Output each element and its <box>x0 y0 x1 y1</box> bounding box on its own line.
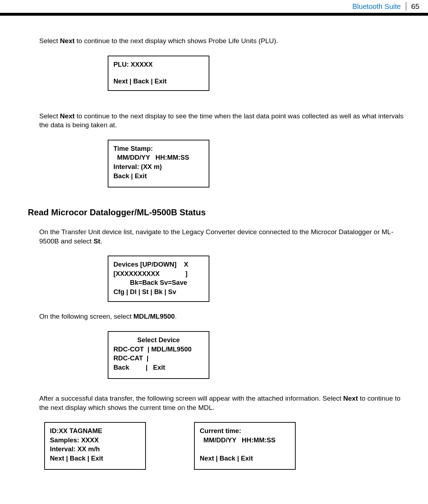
screen-line <box>200 444 290 454</box>
screen-line: Back | Exit <box>113 171 204 181</box>
screen-line: RDC-CAT | <box>113 354 204 363</box>
screen-line: Current time: <box>200 426 290 436</box>
screen-line: [XXXXXXXXXX ] <box>113 269 204 278</box>
paragraph-transfer-unit: On the Transfer Unit device list, naviga… <box>39 227 407 246</box>
screen-timestamp: Time Stamp: MM/DD/YY HH:MM:SS Interval: … <box>108 140 209 187</box>
screen-line: Next | Back | Exit <box>200 454 290 463</box>
bold-text: St <box>93 237 100 245</box>
screen-plu: PLU: XXXXX Next | Back | Exit <box>108 56 209 91</box>
text: Select <box>39 112 60 120</box>
header-title: Bluetooth Suite <box>352 2 401 11</box>
text: After a successful data transfer, the fo… <box>39 395 343 402</box>
bold-text: Next <box>343 395 358 402</box>
screen-line: Time Stamp: <box>113 144 204 153</box>
screen-id-samples: ID:XX TAGNAME Samples: XXXX Interval: XX… <box>44 422 146 470</box>
text: to continue to the next display which sh… <box>75 37 278 45</box>
screen-line: Back | Exit <box>113 363 204 372</box>
screen-select-device: Select Device RDC-COT | MDL/ML9500 RDC-C… <box>108 331 209 379</box>
screen-line: MM/DD/YY HH:MM:SS <box>200 436 290 445</box>
screen-line: MM/DD/YY HH:MM:SS <box>113 153 204 162</box>
text: Select <box>39 37 60 45</box>
screen-current-time: Current time: MM/DD/YY HH:MM:SS Next | B… <box>194 422 296 470</box>
bold-text: Next <box>60 37 75 45</box>
paragraph-timestamp-intro: Select Next to continue to the next disp… <box>39 112 407 130</box>
screen-line: Next | Back | Exit <box>113 77 204 86</box>
screen-line: ID:XX TAGNAME <box>50 426 140 436</box>
screen-devices: Devices [UP/DOWN] X [XXXXXXXXXX ] Bk=Bac… <box>108 256 209 302</box>
screen-line: Devices [UP/DOWN] X <box>113 260 204 269</box>
screen-line: Interval: XX m/h <box>50 444 140 454</box>
bold-text: Next <box>60 112 75 120</box>
screen-line: PLU: XXXXX <box>113 60 204 69</box>
page-header: Bluetooth Suite 65 <box>0 0 428 13</box>
screen-line: Bk=Back Sv=Save <box>113 278 204 287</box>
text: On the following screen, select <box>39 313 133 320</box>
text: to continue to the next display to see t… <box>39 112 403 129</box>
header-rule <box>0 13 428 16</box>
page-number: 65 <box>411 2 419 11</box>
bold-text: MDL/ML9500 <box>133 313 175 320</box>
paragraph-select-mdl: On the following screen, select MDL/ML95… <box>39 312 407 321</box>
section-heading: Read Microcor Datalogger/ML-9500B Status <box>21 207 407 217</box>
screen-line: RDC-COT | MDL/ML9500 <box>113 345 204 354</box>
screen-line: Cfg | Dl | St | Bk | Sv <box>113 287 204 297</box>
paragraph-after-transfer: After a successful data transfer, the fo… <box>39 394 407 412</box>
screen-line: Interval: (XX m) <box>113 162 204 171</box>
text: . <box>175 313 177 320</box>
header-divider <box>406 2 406 11</box>
screen-line: Next | Back | Exit <box>50 454 140 463</box>
paragraph-plu-intro: Select Next to continue to the next disp… <box>39 36 407 46</box>
text: On the Transfer Unit device list, naviga… <box>39 228 393 245</box>
screen-line: Select Device <box>113 335 204 345</box>
text: . <box>100 237 102 245</box>
screen-line: Samples: XXXX <box>50 436 140 445</box>
